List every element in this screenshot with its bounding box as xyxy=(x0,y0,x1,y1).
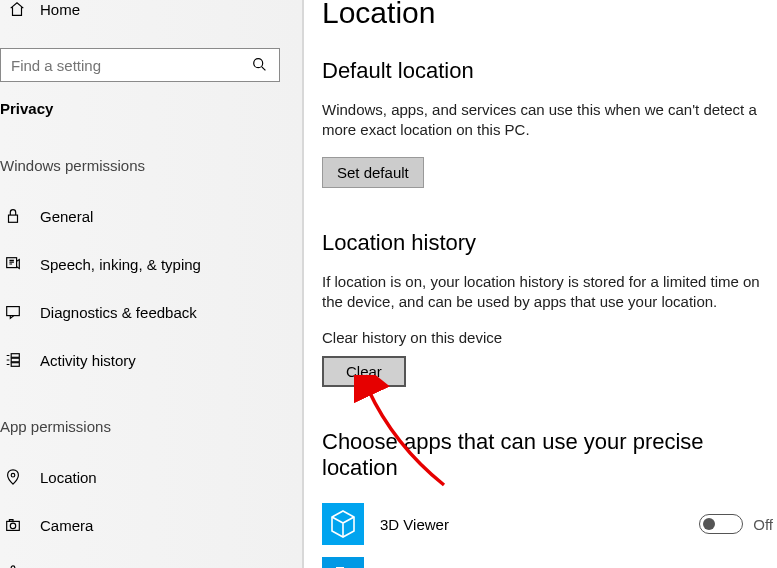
svg-point-0 xyxy=(254,59,263,68)
default-location-heading: Default location xyxy=(322,58,773,84)
choose-apps-heading: Choose apps that can use your precise lo… xyxy=(322,429,773,481)
search-input-wrap[interactable] xyxy=(0,48,280,82)
toggle-3d-viewer[interactable] xyxy=(699,514,743,534)
sidebar-item-activity-history[interactable]: Activity history xyxy=(0,336,302,384)
activity-icon xyxy=(4,351,22,369)
sidebar-category-label: Privacy xyxy=(0,100,302,135)
clear-history-label: Clear history on this device xyxy=(322,329,773,346)
sidebar-item-speech[interactable]: Speech, inking, & typing xyxy=(0,240,302,288)
sidebar-group-app-permissions: App permissions xyxy=(0,418,302,453)
3d-viewer-icon xyxy=(322,503,364,545)
page-title: Location xyxy=(322,0,773,30)
svg-rect-3 xyxy=(7,307,20,316)
sidebar-item-microphone[interactable]: Microphone xyxy=(0,549,302,568)
sidebar-item-label: Microphone xyxy=(40,565,118,569)
search-input[interactable] xyxy=(11,57,241,74)
sidebar-item-label: Location xyxy=(40,469,97,486)
sidebar-item-home[interactable]: Home xyxy=(0,0,302,24)
sidebar-item-location[interactable]: Location xyxy=(0,453,302,501)
set-default-button[interactable]: Set default xyxy=(322,157,424,188)
camera-icon xyxy=(4,516,22,534)
location-icon xyxy=(4,468,22,486)
sidebar-item-label: Speech, inking, & typing xyxy=(40,256,201,273)
home-label: Home xyxy=(40,1,80,18)
location-history-heading: Location history xyxy=(322,230,773,256)
app-row-camera: Camera Off xyxy=(322,551,773,568)
svg-rect-13 xyxy=(322,557,364,568)
svg-rect-1 xyxy=(9,215,18,222)
camera-app-icon xyxy=(322,557,364,568)
content-pane: Location Default location Windows, apps,… xyxy=(322,0,777,568)
settings-sidebar: Home Privacy Windows permissions General… xyxy=(0,0,304,568)
sidebar-item-diagnostics[interactable]: Diagnostics & feedback xyxy=(0,288,302,336)
feedback-icon xyxy=(4,303,22,321)
search-icon xyxy=(251,56,269,74)
sidebar-item-general[interactable]: General xyxy=(0,192,302,240)
svg-point-9 xyxy=(10,523,15,528)
home-icon xyxy=(8,0,26,18)
sidebar-item-camera[interactable]: Camera xyxy=(0,501,302,549)
sidebar-item-label: Diagnostics & feedback xyxy=(40,304,197,321)
svg-rect-5 xyxy=(11,358,19,362)
sidebar-item-label: Camera xyxy=(40,517,93,534)
lock-icon xyxy=(4,207,22,225)
app-name: 3D Viewer xyxy=(380,516,449,533)
sidebar-item-label: Activity history xyxy=(40,352,136,369)
microphone-icon xyxy=(4,564,22,568)
speech-icon xyxy=(4,255,22,273)
default-location-body: Windows, apps, and services can use this… xyxy=(322,100,762,139)
location-history-body: If location is on, your location history… xyxy=(322,272,762,311)
sidebar-item-label: General xyxy=(40,208,93,225)
svg-rect-10 xyxy=(9,520,13,522)
sidebar-group-windows-permissions: Windows permissions xyxy=(0,157,302,192)
svg-point-7 xyxy=(11,473,15,477)
clear-button[interactable]: Clear xyxy=(322,356,406,387)
svg-rect-6 xyxy=(11,363,19,367)
app-row-3d-viewer: 3D Viewer Off xyxy=(322,497,773,551)
toggle-state: Off xyxy=(753,516,773,533)
svg-rect-4 xyxy=(11,354,19,358)
